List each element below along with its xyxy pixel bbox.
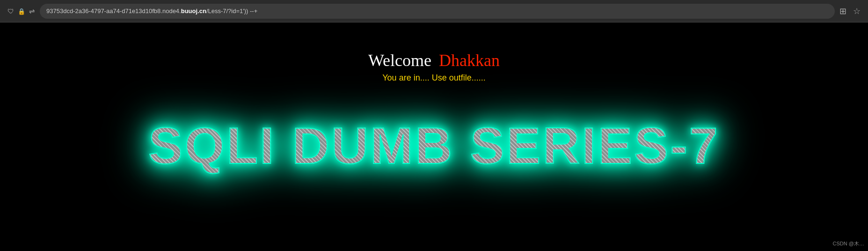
shield-icon (7, 7, 14, 15)
qr-icon[interactable] (839, 6, 846, 16)
browser-action-icons (839, 6, 861, 16)
star-icon[interactable] (853, 6, 861, 16)
address-bold: buuoj.cn (181, 7, 206, 15)
browser-toolbar: 93753dcd-2a36-4797-aa74-d71e13d10fb8.nod… (0, 0, 868, 22)
welcome-label: Welcome (368, 51, 431, 70)
subtitle-text: You are in.... Use outfile...... (368, 73, 500, 83)
address-prefix: 93753dcd-2a36-4797-aa74-d71e13d10fb8.nod… (46, 7, 181, 15)
page-content: Welcome Dhakkan You are in.... Use outfi… (0, 22, 868, 251)
browser-security-icons (7, 7, 35, 15)
address-bar[interactable]: 93753dcd-2a36-4797-aa74-d71e13d10fb8.nod… (40, 4, 835, 19)
dhakkan-label: Dhakkan (439, 51, 500, 70)
network-icon (29, 7, 35, 15)
welcome-section: Welcome Dhakkan You are in.... Use outfi… (368, 51, 500, 83)
big-title: SQLI DUMB SERIES-7 (148, 116, 720, 175)
welcome-line: Welcome Dhakkan (368, 51, 500, 70)
lock-icon (18, 7, 25, 15)
watermark: CSDN @木… (833, 240, 864, 247)
address-suffix: /Less-7/?id=1')) --+ (206, 7, 257, 15)
